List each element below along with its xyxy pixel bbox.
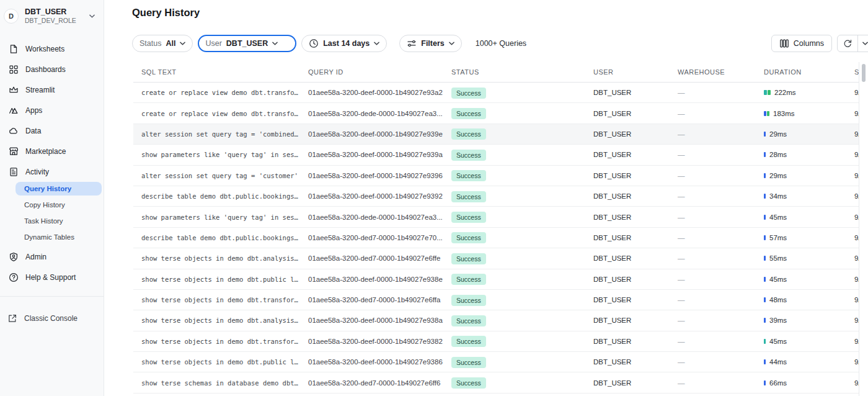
table-row[interactable]: create or replace view demo_dbt.transfo…… — [133, 83, 859, 103]
column-header-sql-text[interactable]: SQL TEXT — [133, 68, 308, 76]
column-header-user[interactable]: USER — [593, 68, 678, 76]
sidebar-item-query-history[interactable]: Query History — [16, 182, 102, 196]
duration-bar-icon — [764, 152, 766, 157]
sql-text-cell: show terse objects in demo_dbt.transfor… — [133, 338, 308, 345]
table-row[interactable]: show terse objects in demo_dbt.analysis…… — [133, 248, 859, 269]
warehouse-cell: — — [678, 214, 764, 221]
clock-icon — [309, 38, 319, 48]
column-header-query-id[interactable]: QUERY ID — [308, 68, 451, 76]
sidebar-item-copy-history[interactable]: Copy History — [16, 198, 102, 212]
sidebar-item-marketplace[interactable]: Marketplace — [0, 141, 104, 161]
status-badge: Success — [451, 253, 486, 264]
sidebar-item-label: Marketplace — [25, 147, 66, 156]
table-row[interactable]: show terse objects in demo_dbt.public l…… — [133, 352, 859, 372]
sidebar-item-label: Classic Console — [24, 314, 78, 323]
filters-dropdown-button[interactable]: Filters — [399, 35, 462, 52]
started-cell: 9/ — [854, 89, 859, 96]
account-info: DBT_USER DBT_DEV_ROLE — [25, 7, 83, 25]
table-row[interactable]: describe table demo_dbt.public.bookings…… — [133, 186, 859, 207]
warehouse-cell: — — [678, 172, 764, 179]
duration-bar-icon — [764, 235, 766, 240]
duration-cell: 29ms — [764, 172, 854, 179]
table-row[interactable]: show parameters like 'query_tag' in ses…… — [133, 145, 859, 165]
table-row[interactable]: describe table demo_dbt.public.bookings…… — [133, 228, 859, 248]
duration-bar-segment — [764, 173, 766, 178]
duration-cell: 44ms — [764, 358, 854, 366]
table-row[interactable]: alter session set query_tag = 'combined…… — [133, 124, 859, 145]
sql-text-cell: show parameters like 'query_tag' in ses… — [133, 151, 308, 158]
sidebar-item-dashboards[interactable]: Dashboards — [0, 59, 104, 79]
sidebar-item-data[interactable]: Data — [0, 120, 104, 141]
sidebar-item-label: Dynamic Tables — [24, 233, 74, 241]
query-id-cell: 01aee58a-3200-deef-0000-1b49027e9396 — [308, 172, 451, 179]
started-cell: 9/ — [854, 276, 859, 283]
user-cell: DBT_USER — [593, 276, 678, 283]
column-header-warehouse[interactable]: WAREHOUSE — [678, 68, 764, 76]
query-id-cell: 01aee58a-3200-dede-0000-1b49027ea3... — [308, 214, 451, 221]
sidebar-item-help-support[interactable]: Help & Support — [0, 267, 104, 287]
warehouse-cell: — — [678, 234, 764, 241]
started-cell: 9/ — [854, 338, 859, 345]
column-header-status[interactable]: STATUS — [451, 68, 593, 76]
account-switcher[interactable]: D DBT_USER DBT_DEV_ROLE — [0, 0, 104, 31]
table-row[interactable]: create or replace view demo_dbt.transfo…… — [133, 103, 859, 124]
user-filter-chip[interactable]: User DBT_USER — [198, 35, 296, 52]
refresh-icon — [843, 38, 852, 48]
warehouse-cell: — — [678, 151, 764, 158]
table-row[interactable]: show terse objects in demo_dbt.public l…… — [133, 269, 859, 290]
sidebar-item-classic-console[interactable]: Classic Console — [0, 308, 104, 328]
warehouse-cell: — — [678, 379, 764, 387]
table-row[interactable]: show terse objects in demo_dbt.transfor…… — [133, 331, 859, 352]
table-row[interactable]: show parameters like 'query_tag' in ses…… — [133, 207, 859, 227]
warehouse-cell: — — [678, 130, 764, 138]
columns-button[interactable]: Columns — [771, 35, 832, 52]
status-badge: Success — [451, 377, 486, 389]
sidebar-item-activity[interactable]: Activity — [0, 161, 104, 182]
started-cell: 9/ — [854, 130, 859, 138]
sidebar-item-label: Streamlit — [25, 86, 55, 94]
warehouse-cell: — — [678, 110, 764, 117]
sidebar-item-task-history[interactable]: Task History — [16, 214, 102, 228]
duration-bar-segment — [764, 256, 766, 261]
apps-icon — [9, 106, 19, 115]
sidebar-item-apps[interactable]: Apps — [0, 100, 104, 120]
started-cell: 9/ — [854, 192, 859, 200]
duration-value: 29ms — [769, 172, 787, 179]
table-body: create or replace view demo_dbt.transfo…… — [133, 83, 859, 394]
duration-bar-segment — [764, 152, 766, 157]
column-header-s[interactable]: S — [854, 68, 859, 76]
warehouse-cell: — — [678, 192, 764, 200]
started-cell: 9/ — [854, 317, 859, 324]
table-row[interactable]: show terse schemas in database demo_dbt…… — [133, 372, 859, 393]
duration-cell: 34ms — [764, 192, 854, 200]
clear-user-filter-icon[interactable] — [283, 41, 289, 47]
duration-cell: 222ms — [764, 89, 854, 96]
duration-bar-icon — [764, 256, 766, 261]
sidebar-item-streamlit[interactable]: Streamlit — [0, 79, 104, 100]
query-id-cell: 01aee58a-3200-ded7-0000-1b49027e6ff6 — [308, 379, 451, 387]
duration-bar-icon — [764, 359, 766, 364]
table-row[interactable]: show terse objects in demo_dbt.analysis…… — [133, 310, 859, 331]
table-row[interactable]: show terse objects in demo_dbt.transfor…… — [133, 290, 859, 310]
account-role: DBT_DEV_ROLE — [25, 17, 83, 25]
user-filter-label: User — [205, 39, 221, 48]
user-cell: DBT_USER — [593, 338, 678, 345]
duration-value: 39ms — [769, 317, 787, 324]
sidebar-item-dynamic-tables[interactable]: Dynamic Tables — [16, 230, 102, 244]
sidebar-item-admin[interactable]: Admin — [0, 246, 104, 267]
sidebar-item-worksheets[interactable]: Worksheets — [0, 38, 104, 59]
duration-bar-icon — [764, 297, 766, 302]
column-header-duration[interactable]: DURATION — [764, 68, 854, 76]
vertical-scrollbar[interactable] — [862, 64, 866, 82]
refresh-options-button[interactable] — [857, 35, 868, 52]
table-row[interactable]: alter session set query_tag = 'customer'… — [133, 166, 859, 186]
sidebar-item-label: Apps — [25, 106, 42, 115]
status-badge: Success — [451, 212, 486, 223]
duration-bar-segment — [768, 90, 771, 95]
query-id-cell: 01aee58a-3200-deef-0000-1b49027e938a — [308, 317, 451, 324]
date-range-chip[interactable]: Last 14 days — [301, 35, 387, 52]
duration-bar-segment — [764, 277, 766, 282]
refresh-button[interactable] — [838, 35, 857, 52]
status-filter-chip[interactable]: Status All — [132, 35, 193, 52]
user-cell: DBT_USER — [593, 296, 678, 304]
